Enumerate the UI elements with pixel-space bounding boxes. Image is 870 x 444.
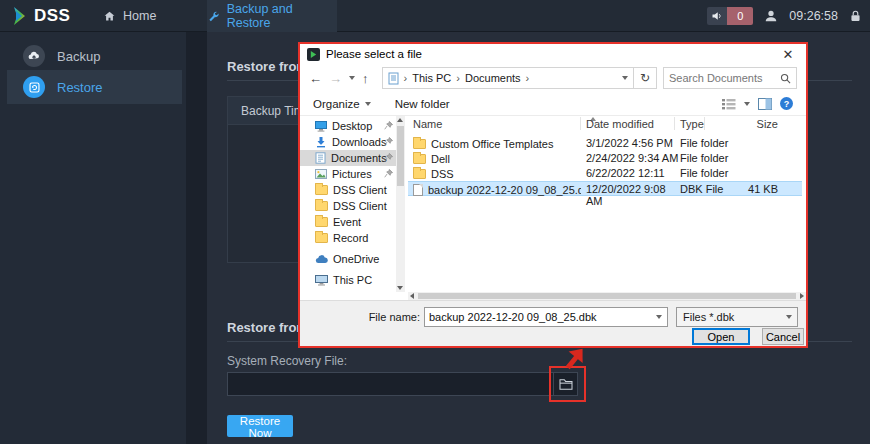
home-icon bbox=[103, 10, 116, 23]
tree-item-pictures[interactable]: Pictures bbox=[300, 166, 396, 182]
file-name-input[interactable] bbox=[425, 311, 656, 323]
recent-locations-chevron-icon[interactable] bbox=[349, 76, 355, 80]
alarm-control[interactable]: 0 bbox=[707, 7, 753, 25]
sidebar-item-backup[interactable]: Backup bbox=[7, 40, 182, 72]
scroll-down-icon[interactable] bbox=[397, 286, 403, 290]
up-icon[interactable]: ↑ bbox=[362, 71, 369, 86]
tree-item-documents[interactable]: Documents bbox=[300, 150, 396, 166]
file-type-select[interactable]: Files *.dbk bbox=[676, 307, 798, 327]
column-header-type[interactable]: Type bbox=[680, 118, 704, 130]
dialog-toolbar: Organize New folder ? bbox=[300, 92, 806, 116]
tree-item-onedrive[interactable]: OneDrive bbox=[300, 251, 396, 267]
new-folder-label: New folder bbox=[395, 98, 450, 110]
column-header-size[interactable]: Size bbox=[728, 118, 778, 130]
lock-icon[interactable] bbox=[849, 9, 862, 23]
file-row-dell[interactable]: Dell 2/24/2022 9:34 AM File folder bbox=[408, 151, 802, 166]
file-row-backup-dbk-selected[interactable]: backup 2022-12-20 09_08_25.dbk 12/20/202… bbox=[408, 181, 802, 196]
close-icon[interactable]: ✕ bbox=[777, 47, 799, 62]
folder-icon bbox=[315, 201, 328, 211]
tree-vertical-scrollbar[interactable] bbox=[396, 116, 405, 292]
file-date: 2/24/2022 9:34 AM bbox=[586, 152, 680, 164]
document-location-icon bbox=[388, 72, 399, 85]
folder-icon bbox=[315, 185, 328, 195]
dialog-navigation-bar: ← → ↑ › This PC › Documents › ↻ bbox=[300, 64, 806, 92]
address-bar[interactable]: › This PC › Documents › bbox=[382, 67, 634, 89]
file-name-dropdown-chevron-icon[interactable] bbox=[656, 315, 662, 319]
breadcrumb-documents[interactable]: Documents bbox=[465, 72, 521, 84]
tree-item-label: Event bbox=[333, 216, 361, 228]
file-list-header: Name Date modified Type Size bbox=[408, 116, 802, 132]
scroll-left-icon[interactable] bbox=[410, 293, 414, 299]
file-date: 3/1/2022 4:56 PM bbox=[586, 137, 680, 149]
dialog-title-bar[interactable]: Please select a file ✕ bbox=[300, 44, 806, 64]
breadcrumb-separator: › bbox=[456, 72, 460, 84]
file-list-horizontal-scrollbar[interactable] bbox=[408, 292, 806, 300]
tree-item-dss-client[interactable]: DSS Client bbox=[300, 182, 396, 198]
back-icon[interactable]: ← bbox=[309, 71, 322, 86]
cancel-button[interactable]: Cancel bbox=[762, 328, 804, 345]
topbar-right-controls: 0 09:26:58 bbox=[707, 0, 862, 32]
view-options-chevron-icon[interactable] bbox=[744, 102, 750, 106]
organize-menu[interactable]: Organize bbox=[313, 98, 371, 110]
tree-item-record[interactable]: Record bbox=[300, 230, 396, 246]
tree-item-label: Documents bbox=[331, 152, 387, 164]
new-folder-button[interactable]: New folder bbox=[395, 98, 450, 110]
tab-home[interactable]: Home bbox=[95, 0, 164, 32]
tree-item-downloads[interactable]: Downloads bbox=[300, 134, 396, 150]
scrollbar-thumb[interactable] bbox=[397, 126, 404, 186]
tree-item-event[interactable]: Event bbox=[300, 214, 396, 230]
user-icon[interactable] bbox=[764, 9, 778, 23]
sidebar-item-backup-label: Backup bbox=[57, 49, 100, 64]
refresh-icon[interactable]: ↻ bbox=[634, 67, 657, 89]
file-type-value: Files *.dbk bbox=[683, 311, 734, 323]
file-row-custom-office-templates[interactable]: Custom Office Templates 3/1/2022 4:56 PM… bbox=[408, 136, 802, 151]
file-name: Dell bbox=[431, 153, 450, 165]
file-type-chevron-icon bbox=[786, 315, 792, 319]
file-row-dss[interactable]: DSS 6/22/2022 12:11 PM File folder bbox=[408, 166, 802, 181]
preview-pane-icon[interactable] bbox=[758, 98, 772, 110]
this-pc-icon bbox=[315, 275, 328, 286]
toolbar-view-controls: ? bbox=[722, 97, 793, 110]
column-header-name[interactable]: Name bbox=[413, 118, 442, 130]
tree-item-label: This PC bbox=[333, 274, 372, 286]
alarm-count-badge: 0 bbox=[727, 7, 753, 25]
breadcrumb-this-pc[interactable]: This PC bbox=[412, 72, 451, 84]
system-recovery-file-label: System Recovery File: bbox=[227, 354, 347, 368]
folder-tree: Desktop Downloads Documents Pictures DSS bbox=[300, 116, 396, 292]
onedrive-cloud-icon bbox=[315, 255, 328, 264]
tree-item-this-pc[interactable]: This PC bbox=[300, 272, 396, 288]
file-type: File folder bbox=[680, 167, 742, 179]
address-dropdown-chevron-icon[interactable] bbox=[622, 76, 628, 80]
file-list: Name Date modified Type Size Custom Offi… bbox=[408, 116, 806, 292]
folder-icon bbox=[315, 217, 328, 227]
scroll-up-icon[interactable] bbox=[397, 118, 403, 122]
search-box[interactable] bbox=[663, 67, 797, 89]
organize-label: Organize bbox=[313, 98, 360, 110]
sidebar: Backup Restore bbox=[0, 32, 186, 444]
tree-item-desktop[interactable]: Desktop bbox=[300, 118, 396, 134]
file-size: 41 KB bbox=[708, 183, 778, 195]
list-view-icon[interactable] bbox=[722, 98, 736, 110]
open-button[interactable]: Open bbox=[692, 328, 750, 345]
search-input[interactable] bbox=[669, 72, 780, 84]
file-picker-dialog: Please select a file ✕ ← → ↑ › This PC ›… bbox=[298, 42, 808, 348]
pin-icon bbox=[384, 153, 393, 162]
scrollbar-thumb[interactable] bbox=[418, 293, 796, 299]
column-header-date-modified[interactable]: Date modified bbox=[586, 118, 654, 130]
forward-icon[interactable]: → bbox=[329, 71, 342, 86]
system-recovery-file-input[interactable] bbox=[228, 373, 554, 395]
scroll-right-icon[interactable] bbox=[800, 293, 804, 299]
tree-item-dss-client-2[interactable]: DSS Client bbox=[300, 198, 396, 214]
sidebar-item-restore[interactable]: Restore bbox=[7, 70, 182, 104]
file-icon bbox=[413, 184, 423, 196]
backup-cloud-icon bbox=[23, 45, 45, 67]
search-icon bbox=[780, 73, 791, 84]
organize-chevron-icon bbox=[365, 102, 371, 106]
tab-backup-and-restore[interactable]: Backup and Restore bbox=[207, 0, 337, 32]
file-name-label: File name: bbox=[340, 311, 420, 323]
help-icon[interactable]: ? bbox=[780, 97, 793, 110]
dialog-footer: File name: Files *.dbk Open Cancel bbox=[300, 300, 806, 346]
folder-icon bbox=[413, 154, 426, 164]
restore-now-button[interactable]: Restore Now bbox=[227, 415, 293, 437]
desktop-icon bbox=[315, 121, 327, 132]
